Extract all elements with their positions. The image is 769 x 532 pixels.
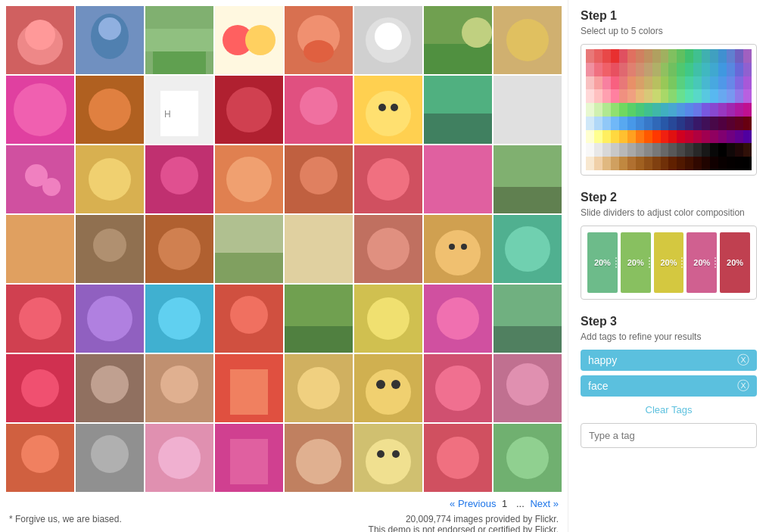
palette-color-cell[interactable] [619, 130, 627, 144]
grid-image[interactable] [424, 6, 492, 74]
color-bar-2[interactable]: 20% [621, 232, 651, 293]
palette-color-cell[interactable] [735, 76, 743, 90]
palette-color-cell[interactable] [636, 143, 644, 157]
palette-color-cell[interactable] [661, 117, 669, 130]
palette-color-cell[interactable] [594, 130, 602, 144]
drag-handle[interactable] [715, 232, 719, 293]
palette-color-cell[interactable] [644, 103, 652, 117]
palette-color-cell[interactable] [586, 76, 594, 90]
grid-image[interactable] [493, 354, 562, 422]
grid-image[interactable] [285, 354, 353, 422]
palette-color-cell[interactable] [677, 143, 685, 157]
palette-color-cell[interactable] [743, 76, 752, 90]
palette-color-cell[interactable] [627, 89, 636, 103]
palette-color-cell[interactable] [718, 117, 727, 130]
palette-color-cell[interactable] [743, 117, 752, 130]
palette-color-cell[interactable] [677, 49, 685, 63]
grid-image[interactable] [6, 76, 74, 144]
grid-image[interactable] [6, 6, 74, 74]
palette-color-cell[interactable] [602, 89, 611, 103]
palette-color-cell[interactable] [619, 89, 627, 103]
grid-image[interactable] [424, 424, 492, 492]
palette-color-cell[interactable] [668, 103, 677, 117]
grid-image[interactable] [285, 145, 353, 213]
palette-color-cell[interactable] [627, 103, 636, 117]
palette-color-cell[interactable] [586, 157, 594, 170]
drag-handle[interactable] [649, 232, 653, 293]
grid-image[interactable] [6, 354, 74, 422]
palette-color-cell[interactable] [702, 103, 710, 117]
grid-image[interactable] [285, 215, 353, 283]
palette-color-cell[interactable] [602, 63, 611, 76]
palette-color-cell[interactable] [727, 49, 735, 63]
palette-color-cell[interactable] [710, 157, 718, 170]
palette-color-cell[interactable] [619, 157, 627, 170]
palette-color-cell[interactable] [735, 103, 743, 117]
palette-color-cell[interactable] [661, 143, 669, 157]
palette-color-cell[interactable] [718, 130, 727, 144]
grid-image[interactable] [145, 145, 213, 213]
palette-color-cell[interactable] [702, 89, 710, 103]
palette-color-cell[interactable] [743, 143, 752, 157]
palette-color-cell[interactable] [727, 103, 735, 117]
palette-color-cell[interactable] [627, 143, 636, 157]
palette-color-cell[interactable] [693, 157, 702, 170]
palette-color-cell[interactable] [743, 49, 752, 63]
palette-color-cell[interactable] [594, 157, 602, 170]
palette-color-cell[interactable] [735, 89, 743, 103]
grid-image[interactable] [285, 76, 353, 144]
palette-color-cell[interactable] [668, 143, 677, 157]
color-bar-4[interactable]: 20% [686, 232, 717, 293]
grid-image[interactable] [424, 215, 492, 283]
palette-color-cell[interactable] [636, 117, 644, 130]
palette-color-cell[interactable] [727, 89, 735, 103]
palette-color-cell[interactable] [586, 103, 594, 117]
palette-color-cell[interactable] [727, 76, 735, 90]
palette-color-cell[interactable] [685, 63, 693, 76]
palette-color-cell[interactable] [718, 49, 727, 63]
palette-color-cell[interactable] [602, 49, 611, 63]
grid-image[interactable] [354, 354, 422, 422]
grid-image[interactable] [424, 354, 492, 422]
palette-color-cell[interactable] [619, 103, 627, 117]
grid-image[interactable]: H [145, 76, 213, 144]
grid-image[interactable] [493, 285, 562, 353]
palette-color-cell[interactable] [644, 117, 652, 130]
palette-color-cell[interactable] [685, 130, 693, 144]
palette-color-cell[interactable] [668, 157, 677, 170]
grid-image[interactable] [215, 424, 283, 492]
palette-color-cell[interactable] [693, 103, 702, 117]
palette-color-cell[interactable] [743, 89, 752, 103]
palette-color-cell[interactable] [710, 76, 718, 90]
palette-color-cell[interactable] [627, 130, 636, 144]
palette-color-cell[interactable] [611, 157, 619, 170]
palette-color-cell[interactable] [710, 143, 718, 157]
grid-image[interactable] [493, 76, 562, 144]
palette-color-cell[interactable] [611, 117, 619, 130]
grid-image[interactable] [493, 6, 562, 74]
grid-image[interactable] [76, 76, 144, 144]
palette-color-cell[interactable] [602, 117, 611, 130]
palette-color-cell[interactable] [702, 143, 710, 157]
palette-color-cell[interactable] [743, 63, 752, 76]
palette-color-cell[interactable] [661, 89, 669, 103]
drag-handle[interactable] [615, 232, 620, 293]
palette-color-cell[interactable] [661, 76, 669, 90]
grid-image[interactable] [354, 285, 422, 353]
next-page-link[interactable]: Next » [530, 498, 559, 509]
palette-color-cell[interactable] [710, 63, 718, 76]
palette-color-cell[interactable] [602, 130, 611, 144]
palette-color-cell[interactable] [743, 103, 752, 117]
palette-color-cell[interactable] [594, 76, 602, 90]
grid-image[interactable] [285, 424, 353, 492]
grid-image[interactable] [215, 285, 283, 353]
palette-color-cell[interactable] [685, 103, 693, 117]
palette-color-cell[interactable] [652, 49, 661, 63]
drag-handle[interactable] [681, 232, 686, 293]
palette-color-cell[interactable] [668, 89, 677, 103]
palette-color-cell[interactable] [611, 49, 619, 63]
palette-color-cell[interactable] [586, 143, 594, 157]
clear-tags-button[interactable]: Clear Tags [581, 401, 757, 418]
palette-color-cell[interactable] [602, 143, 611, 157]
palette-color-cell[interactable] [693, 76, 702, 90]
